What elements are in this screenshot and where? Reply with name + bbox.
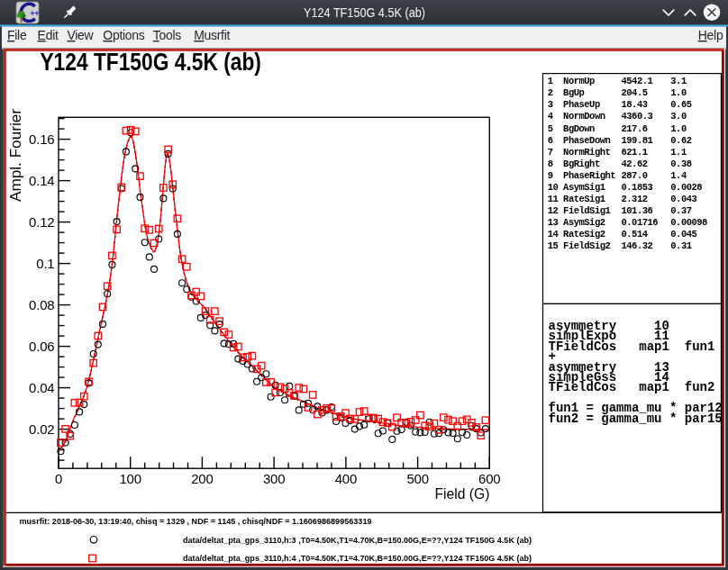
svg-text:1.4: 1.4 [670, 170, 687, 181]
svg-text:0.00098: 0.00098 [670, 217, 707, 228]
svg-text:4542.1: 4542.1 [622, 76, 653, 86]
svg-text:Y124 TF150G 4.5K (ab): Y124 TF150G 4.5K (ab) [304, 5, 425, 20]
svg-text:18.43: 18.43 [622, 99, 648, 110]
svg-text:9: 9 [548, 170, 553, 181]
svg-text:NormRight: NormRight [563, 147, 610, 158]
svg-text:data/deltat_pta_gps_3110,h:4 ,: data/deltat_pta_gps_3110,h:4 ,T0=4.50K,T… [183, 554, 532, 563]
svg-text:11: 11 [548, 194, 559, 204]
svg-text:0.12: 0.12 [29, 214, 54, 230]
svg-text:42.62: 42.62 [622, 158, 648, 169]
svg-text:0.14: 0.14 [29, 173, 54, 188]
svg-text:0.08: 0.08 [29, 297, 54, 312]
svg-text:0.043: 0.043 [670, 194, 696, 204]
svg-text:300: 300 [263, 471, 285, 486]
svg-text:0.04: 0.04 [29, 380, 54, 395]
svg-text:14: 14 [548, 229, 559, 240]
svg-text:199.81: 199.81 [622, 135, 653, 146]
svg-text:RateSig1: RateSig1 [563, 194, 605, 204]
svg-text:Options: Options [103, 28, 144, 42]
svg-text:600: 600 [478, 471, 500, 486]
svg-text:3.0: 3.0 [670, 111, 687, 122]
svg-text:200: 200 [191, 471, 213, 486]
svg-text:Ampl. Fourier: Ampl. Fourier [7, 109, 24, 202]
svg-text:Help: Help [698, 28, 723, 42]
svg-text:101.36: 101.36 [622, 205, 653, 216]
svg-text:PhaseUp: PhaseUp [563, 99, 600, 110]
svg-text:PhaseDown: PhaseDown [563, 135, 610, 146]
svg-text:10: 10 [548, 182, 559, 193]
svg-text:File: File [7, 28, 27, 42]
svg-text:15: 15 [548, 240, 559, 251]
svg-text:7: 7 [548, 147, 553, 158]
svg-text:1: 1 [548, 76, 553, 86]
svg-text:Field (G): Field (G) [435, 485, 490, 502]
svg-text:RateSig2: RateSig2 [563, 229, 605, 240]
svg-text:621.1: 621.1 [622, 147, 648, 158]
svg-text:BgDown: BgDown [563, 123, 595, 134]
svg-text:TFieldCos map1 fun1: TFieldCos map1 fun1 [549, 339, 715, 354]
svg-text:FieldSig1: FieldSig1 [563, 205, 610, 216]
svg-text:13: 13 [548, 217, 559, 228]
svg-text:0.0028: 0.0028 [670, 182, 702, 193]
svg-text:NormDown: NormDown [563, 111, 605, 122]
svg-text:0.045: 0.045 [670, 229, 696, 240]
svg-text:0.16: 0.16 [29, 131, 54, 147]
svg-text:100: 100 [119, 471, 141, 486]
svg-text:PhaseRight: PhaseRight [563, 170, 615, 181]
svg-text:0.31: 0.31 [670, 240, 691, 251]
svg-text:1.0: 1.0 [670, 123, 687, 134]
svg-text:++: ++ [31, 9, 40, 18]
svg-text:AsymSig2: AsymSig2 [563, 217, 605, 228]
svg-text:BgRight: BgRight [563, 158, 600, 169]
svg-text:0.1: 0.1 [36, 256, 54, 271]
svg-text:0.06: 0.06 [29, 339, 54, 354]
svg-text:Tools: Tools [153, 28, 181, 42]
svg-text:400: 400 [335, 471, 357, 486]
svg-text:0.01716: 0.01716 [622, 217, 659, 228]
svg-text:287.0: 287.0 [622, 170, 648, 181]
svg-text:8: 8 [548, 158, 553, 169]
svg-text:0.02: 0.02 [29, 421, 54, 437]
svg-text:0.62: 0.62 [670, 135, 691, 146]
svg-text:0.37: 0.37 [670, 205, 691, 216]
svg-text:Y124 TF150G 4.5K (ab): Y124 TF150G 4.5K (ab) [40, 48, 261, 76]
svg-text:fun2 = gamma_mu * par15: fun2 = gamma_mu * par15 [549, 412, 723, 426]
svg-text:NormUp: NormUp [563, 76, 595, 86]
svg-text:0: 0 [55, 471, 62, 486]
svg-text:146.32: 146.32 [622, 240, 653, 251]
svg-text:2.312: 2.312 [622, 194, 648, 204]
svg-text:AsymSig1: AsymSig1 [563, 182, 605, 193]
svg-text:2: 2 [548, 87, 553, 98]
svg-text:5: 5 [548, 123, 553, 134]
svg-text:FieldSig2: FieldSig2 [563, 240, 610, 251]
svg-text:musrfit: 2018-06-30, 13:19:40,: musrfit: 2018-06-30, 13:19:40, chisq = 1… [20, 516, 372, 526]
svg-text:4360.3: 4360.3 [622, 111, 653, 122]
svg-text:TFieldCos map1 fun2: TFieldCos map1 fun2 [549, 380, 715, 394]
svg-text:1.1: 1.1 [670, 147, 687, 158]
svg-text:500: 500 [406, 471, 428, 486]
svg-text:3.1: 3.1 [670, 76, 687, 86]
svg-text:BgUp: BgUp [563, 87, 584, 98]
svg-text:3: 3 [548, 99, 553, 110]
svg-text:0.38: 0.38 [670, 158, 691, 169]
svg-text:0.1853: 0.1853 [622, 182, 653, 193]
svg-text:View: View [68, 28, 95, 42]
svg-text:6: 6 [548, 135, 553, 146]
svg-text:Musrfit: Musrfit [194, 28, 230, 42]
svg-text:12: 12 [548, 205, 559, 216]
svg-text:1.0: 1.0 [670, 87, 687, 98]
svg-text:217.6: 217.6 [622, 123, 648, 134]
svg-text:Edit: Edit [38, 28, 59, 42]
svg-text:0.514: 0.514 [622, 229, 648, 240]
svg-text:4: 4 [548, 111, 553, 122]
svg-text:data/deltat_pta_gps_3110,h:3 ,: data/deltat_pta_gps_3110,h:3 ,T0=4.50K,T… [183, 536, 532, 545]
svg-text:204.5: 204.5 [622, 87, 648, 98]
svg-text:0.65: 0.65 [670, 99, 691, 110]
